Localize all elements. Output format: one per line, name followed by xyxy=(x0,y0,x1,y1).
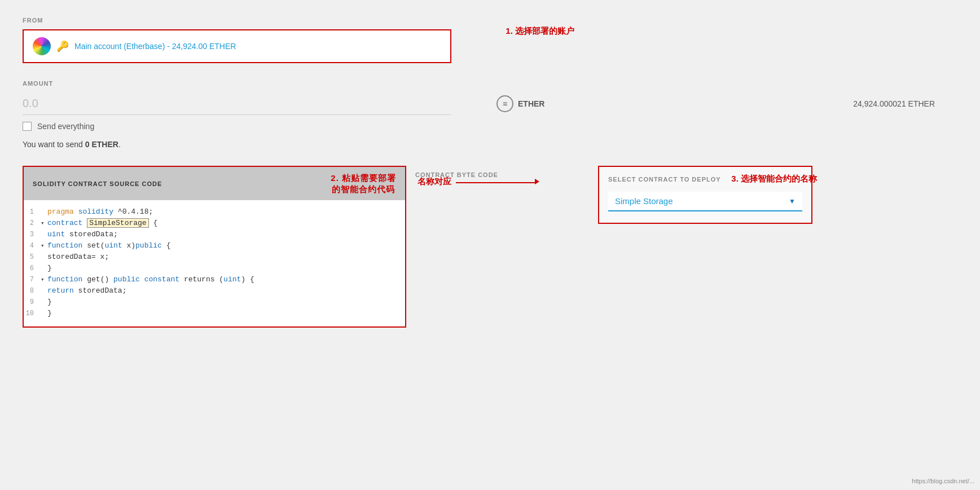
contract-select-wrapper[interactable]: Simple Storage ▼ xyxy=(608,192,802,211)
code-line-7: 7 ▾ function get() public constant retur… xyxy=(24,275,405,286)
name-match-annotation: 名称对应 xyxy=(418,176,451,187)
code-line-1: 1 pragma solidity ^0.4.18; xyxy=(24,207,405,218)
code-line-3: 3 uint storedData; xyxy=(24,229,405,241)
code-line-8: 8 return storedData; xyxy=(24,286,405,297)
annotation-2: 2. 粘贴需要部署 的智能合约代码 xyxy=(331,173,396,195)
solidity-header-label: SOLIDITY CONTRACT SOURCE CODE xyxy=(33,180,162,187)
arrow-right xyxy=(456,177,535,186)
account-text[interactable]: Main account (Etherbase) - 24,924.00 ETH… xyxy=(74,42,236,51)
key-icon: 🔑 xyxy=(56,40,69,52)
contract-name-value: Simple Storage xyxy=(615,196,673,206)
balance-display: 24,924.000021 ETHER xyxy=(853,99,935,108)
code-line-2: 2 ▾ contract SimpleStorage { xyxy=(24,218,405,229)
solidity-section: SOLIDITY CONTRACT SOURCE CODE 2. 粘贴需要部署 … xyxy=(23,166,406,328)
send-everything-label: Send everything xyxy=(37,122,94,131)
dropdown-arrow-icon[interactable]: ▼ xyxy=(789,197,796,205)
you-want-amount: 0 ETHER xyxy=(85,140,118,149)
watermark: https://blog.csdn.net/... xyxy=(912,478,974,484)
code-line-4: 4 ▾ function set(uint x)public { xyxy=(24,241,405,252)
account-avatar xyxy=(33,37,51,55)
amount-label: AMOUNT xyxy=(23,80,957,87)
currency-selector: ≡ ETHER xyxy=(496,95,544,112)
solidity-header: SOLIDITY CONTRACT SOURCE CODE 2. 粘贴需要部署 … xyxy=(24,167,405,200)
from-label: FROM xyxy=(23,17,957,24)
amount-input-wrapper xyxy=(23,92,451,115)
code-line-10: 10 } xyxy=(24,308,405,320)
amount-input[interactable] xyxy=(23,92,451,115)
code-area: 1 pragma solidity ^0.4.18; 2 ▾ contract … xyxy=(24,200,405,326)
you-want-text: You want to send 0 ETHER. xyxy=(23,140,957,149)
name-match-container: 名称对应 xyxy=(418,176,535,187)
from-box: 🔑 Main account (Etherbase) - 24,924.00 E… xyxy=(23,29,451,63)
send-everything-checkbox[interactable] xyxy=(23,122,32,131)
annotation-1: 1. 选择部署的账户 xyxy=(506,26,574,37)
currency-label[interactable]: ETHER xyxy=(518,99,544,108)
code-line-5: 5 storedData= x; xyxy=(24,252,405,263)
select-contract-section: SELECT CONTRACT TO DEPLOY 3. 选择智能合约的名称 S… xyxy=(598,166,812,224)
annotation-3: 3. 选择智能合约的名称 xyxy=(731,174,817,184)
bytecode-section: CONTRACT BYTE CODE 名称对应 xyxy=(406,166,587,189)
code-line-9: 9 } xyxy=(24,297,405,308)
currency-circle-icon: ≡ xyxy=(496,95,513,112)
code-line-6: 6 } xyxy=(24,263,405,275)
